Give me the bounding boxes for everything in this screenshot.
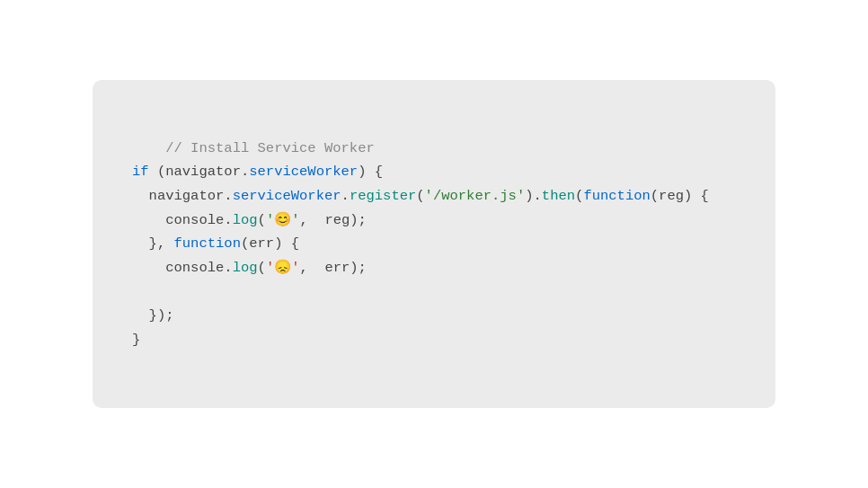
line-function-err: }, function(err) { (132, 235, 299, 252)
line-close-if: } (132, 332, 140, 348)
comment-line: // Install Service Worker (165, 140, 375, 156)
line-console-log-1: console.log('😊', reg); (132, 212, 367, 228)
code-card: // Install Service Worker if (navigator.… (93, 80, 775, 408)
line-register: navigator.serviceWorker.register('/worke… (132, 188, 709, 204)
line-close-then: }); (132, 307, 174, 324)
line-if: if (navigator.serviceWorker) { (132, 164, 383, 180)
code-block: // Install Service Worker if (navigator.… (132, 112, 736, 376)
line-console-log-2: console.log('😞', err); (132, 260, 367, 276)
